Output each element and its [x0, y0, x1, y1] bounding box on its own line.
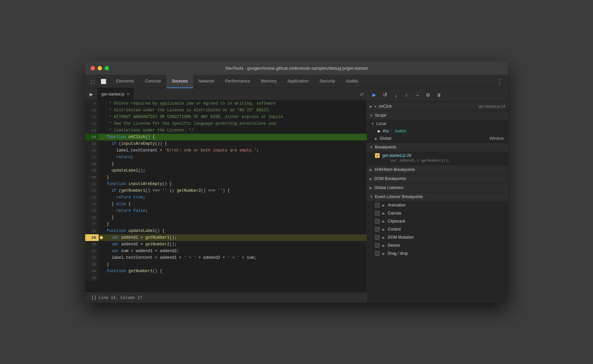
dom-breakpoints-header[interactable]: ▶ DOM Breakpoints — [367, 174, 508, 183]
status-bar: {} Line 14, Column 17 — [85, 292, 367, 303]
global-val: Window — [489, 136, 504, 141]
step-over-button[interactable]: ↺ — [380, 90, 390, 100]
tab-memory[interactable]: Memory — [256, 75, 282, 88]
line-number: 34 — [85, 268, 99, 275]
el-device[interactable]: ▶ Device — [367, 241, 508, 249]
line-number: 29 — [85, 234, 99, 241]
el-animation[interactable]: ▶ Animation — [367, 201, 508, 209]
el-dom-mutation[interactable]: ▶ DOM Mutation — [367, 233, 508, 241]
breakpoint-code: var addend1 = getNumber1(); — [375, 158, 504, 163]
code-line: 12 * See the License for the specific la… — [85, 120, 367, 127]
line-number: 35 — [85, 275, 99, 281]
code-line: 18 } — [85, 161, 367, 167]
source-file-tab[interactable]: get-started.js ✕ — [97, 88, 134, 100]
code-content: if (getNumber1() === '' || getNumber2() … — [104, 187, 367, 194]
tab-network[interactable]: Network — [193, 75, 220, 88]
inspect-icon[interactable]: ⬚ — [88, 77, 97, 86]
breakpoint-gutter — [99, 147, 104, 154]
step-out-button[interactable]: ↑ — [402, 90, 411, 100]
global-scope-header[interactable]: ▶ Global Window — [367, 134, 508, 142]
resume-button[interactable]: ▶ — [370, 90, 379, 100]
line-number: 31 — [85, 248, 99, 254]
code-content: } — [104, 161, 367, 167]
breakpoint-gutter — [99, 194, 104, 201]
global-label: Global — [380, 136, 391, 141]
el-control[interactable]: ▶ Control — [367, 225, 508, 233]
minimize-button[interactable] — [98, 66, 102, 70]
breakpoints-section-header[interactable]: ▼ Breakpoints — [367, 142, 508, 151]
local-scope-header[interactable]: ▼ Local — [367, 120, 508, 128]
code-content: return false; — [104, 207, 367, 214]
el-clipboard-checkbox[interactable] — [375, 219, 380, 224]
event-listener-bp-header[interactable]: ▼ Event Listener Breakpoints — [367, 192, 508, 201]
breakpoint-gutter[interactable] — [99, 234, 104, 241]
scope-section-header[interactable]: ▼ Scope — [367, 111, 508, 120]
el-canvas-arrow-icon: ▶ — [382, 211, 385, 215]
code-line: 16 label.textContent = 'Error: one or bo… — [85, 147, 367, 154]
code-line: 24 } else { — [85, 201, 367, 207]
el-drag-drop-checkbox[interactable] — [375, 251, 380, 256]
code-line: 15 if (inputsAreEmpty()) { — [85, 140, 367, 147]
el-device-checkbox[interactable] — [375, 243, 380, 248]
tab-console[interactable]: Console — [140, 75, 166, 88]
step-into-button[interactable]: ↓ — [391, 90, 400, 100]
deactivate-breakpoints-button[interactable]: ⊘ — [423, 90, 433, 100]
el-dom-mutation-checkbox[interactable] — [375, 235, 380, 240]
more-tabs-button[interactable]: ⋮ — [494, 78, 505, 85]
el-drag-drop[interactable]: ▶ Drag / drop — [367, 249, 508, 257]
el-animation-checkbox[interactable] — [375, 203, 380, 207]
traffic-lights — [91, 66, 109, 70]
el-clipboard[interactable]: ▶ Clipboard — [367, 217, 508, 225]
code-content: function onClick() { — [104, 134, 367, 140]
bp-arrow-icon: ▼ — [370, 145, 373, 149]
scope-this-colon: : — [391, 129, 393, 133]
close-tab-icon[interactable]: ✕ — [126, 92, 130, 97]
code-content: label.textContent = 'Error: one or both … — [104, 147, 367, 154]
el-drag-drop-arrow-icon: ▶ — [382, 252, 385, 255]
close-button[interactable] — [91, 66, 95, 70]
right-panel-scroll[interactable]: ▶ ● onClick get-started.js:14 ▼ Scope ▼ … — [367, 102, 508, 303]
code-content: label.textContent = addend1 + ' + ' + ad… — [104, 254, 367, 261]
pretty-print-icon[interactable]: {} — [89, 293, 99, 302]
step-button[interactable]: → — [413, 90, 422, 100]
xhr-section-header[interactable]: ▶ XHR/fetch Breakpoints — [367, 165, 508, 174]
code-content: function inputsAreEmpty() { — [104, 181, 367, 187]
breakpoint-gutter — [99, 275, 104, 281]
tab-audits[interactable]: Audits — [340, 75, 363, 88]
breakpoint-checkbox[interactable]: ✓ — [375, 153, 380, 158]
debug-toolbar: ▶ ↺ ↓ ↑ → ⊘ ⏸ — [367, 88, 508, 102]
code-content: var sum = addend1 + addend2; — [104, 248, 367, 254]
call-stack-section-header[interactable]: ▶ ● onClick get-started.js:14 — [367, 102, 508, 111]
breakpoint-gutter — [99, 214, 104, 221]
code-content: if (inputsAreEmpty()) { — [104, 140, 367, 147]
tab-elements[interactable]: Elements — [111, 75, 140, 88]
tab-performance[interactable]: Performance — [220, 75, 255, 88]
el-canvas[interactable]: ▶ Canvas — [367, 209, 508, 217]
el-control-label: Control — [388, 227, 401, 232]
line-number: 27 — [85, 221, 99, 228]
el-control-checkbox[interactable] — [375, 227, 380, 232]
breakpoint-gutter — [99, 134, 104, 140]
dom-bp-label: DOM Breakpoints — [374, 176, 406, 181]
global-listeners-header[interactable]: ▶ Global Listeners — [367, 183, 508, 192]
code-line: 34 function getNumber1() { — [85, 268, 367, 275]
tab-sources[interactable]: Sources — [166, 75, 193, 88]
pause-on-exceptions-button[interactable]: ⏸ — [434, 90, 443, 100]
maximize-button[interactable] — [105, 66, 109, 70]
el-canvas-checkbox[interactable] — [375, 211, 380, 216]
call-stack-file: get-started.js:14 — [479, 104, 505, 108]
breakpoint-gutter — [99, 114, 104, 120]
code-line-breakpoint: 29 var addend1 = getNumber1(); — [85, 234, 367, 241]
el-drag-drop-label: Drag / drop — [388, 251, 408, 256]
toggle-sidebar-button[interactable]: ▶ — [85, 88, 97, 100]
code-line: 23 return true; — [85, 194, 367, 201]
xhr-arrow-icon: ▶ — [370, 168, 372, 172]
line-number: 30 — [85, 241, 99, 248]
code-line: 26 } — [85, 214, 367, 221]
device-icon[interactable]: ⬜ — [99, 77, 108, 86]
format-icon[interactable]: ⇄ — [360, 92, 367, 97]
code-content: } — [104, 214, 367, 221]
code-line: 17 return; — [85, 154, 367, 161]
tab-security[interactable]: Security — [314, 75, 340, 88]
tab-application[interactable]: Application — [282, 75, 314, 88]
